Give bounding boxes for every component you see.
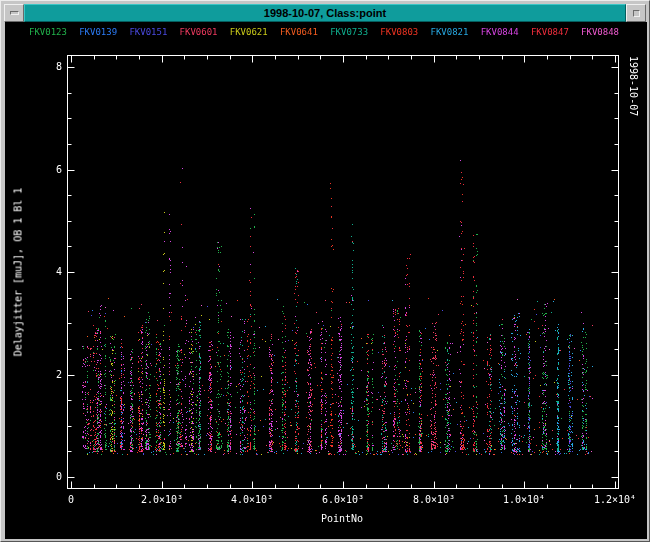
window-menu-button[interactable] <box>4 4 24 22</box>
window-title: 1998-10-07, Class:point <box>24 4 626 22</box>
app-window: 1998-10-07, Class:point FKV0123FKV0139FK… <box>0 0 650 542</box>
plot-region: FKV0123FKV0139FKV0151FKV0601FKV0621FKV06… <box>5 22 647 539</box>
x-axis-label: PointNo <box>321 513 363 524</box>
y-axis-label: Delayjitter [muJ], OB 1 Bl 1 <box>13 188 24 357</box>
window-maximize-button[interactable] <box>626 4 646 22</box>
window-titlebar[interactable]: 1998-10-07, Class:point <box>4 4 646 22</box>
right-date-label: 1998-10-07 <box>628 56 639 116</box>
window-maximize-icon <box>633 10 640 17</box>
window-menu-icon <box>10 11 19 15</box>
scatter-chart-canvas <box>5 22 647 539</box>
